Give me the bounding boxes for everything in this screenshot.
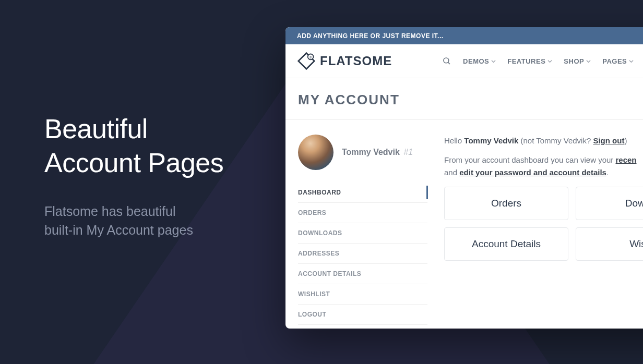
nav-item-demos[interactable]: DEMOS [463,57,496,65]
dashboard-cards: Orders Down Account Details Wis [444,187,643,261]
chevron-down-icon [547,59,552,64]
hello-name: Tommy Vedvik [464,136,518,145]
sidebar-item-dashboard[interactable]: DASHBOARD [298,183,427,203]
card-wishlist[interactable]: Wis [576,227,643,261]
sidebar-item-account-details[interactable]: ACCOUNT DETAILS [298,264,427,284]
nav-item-shop[interactable]: SHOP [564,57,591,65]
account-content: Tommy Vedvik #1 DASHBOARD ORDERS DOWNLOA… [285,120,643,329]
nav-label: PAGES [602,57,627,65]
svg-line-4 [448,62,450,64]
search-icon[interactable] [442,56,451,66]
sidebar-item-downloads[interactable]: DOWNLOADS [298,223,427,244]
dashboard-description: From your account dashboard you can view… [444,154,643,178]
desc-mid: and [444,168,459,177]
card-account-details[interactable]: Account Details [444,227,568,261]
profile-block: Tommy Vedvik #1 [298,135,427,170]
sidebar-item-addresses[interactable]: ADDRESSES [298,244,427,264]
sidebar-item-wishlist[interactable]: WISHLIST [298,284,427,305]
hero-text: Beautiful Account Pages Flatsome has bea… [44,112,223,240]
topbar-message: ADD ANYTHING HERE OR JUST REMOVE IT... [297,32,444,40]
svg-text:3: 3 [309,55,312,59]
account-sidebar: Tommy Vedvik #1 DASHBOARD ORDERS DOWNLOA… [298,135,427,325]
logo-icon: 3 [297,52,316,70]
hero-title-line2: Account Pages [44,148,223,178]
profile-name-text: Tommy Vedvik [342,148,400,156]
profile-rank: #1 [403,148,413,156]
sign-out-link[interactable]: Sign out [593,136,624,145]
sidebar-item-logout[interactable]: LOGOUT [298,305,427,325]
card-orders[interactable]: Orders [444,187,568,220]
account-nav: DASHBOARD ORDERS DOWNLOADS ADDRESSES ACC… [298,183,427,325]
recent-orders-link[interactable]: recen [616,155,637,164]
nav-label: SHOP [564,57,584,65]
card-downloads[interactable]: Down [576,187,643,220]
top-bar: ADD ANYTHING HERE OR JUST REMOVE IT... A… [285,27,643,44]
nav-label: DEMOS [463,57,489,65]
logo[interactable]: 3 FLATSOME [297,52,392,70]
chevron-down-icon [491,59,496,64]
page-title: MY ACCOUNT [285,78,643,120]
browser-window: ADD ANYTHING HERE OR JUST REMOVE IT... A… [285,27,643,329]
nav-item-features[interactable]: FEATURES [507,57,552,65]
dashboard-main: Hello Tommy Vedvik (not Tommy Vedvik? Si… [444,135,643,325]
hello-not: (not Tommy Vedvik? [518,136,593,145]
hello-prefix: Hello [444,136,464,145]
nav-label: FEATURES [507,57,545,65]
nav-item-pages[interactable]: PAGES [602,57,634,65]
greeting-line: Hello Tommy Vedvik (not Tommy Vedvik? Si… [444,135,643,147]
avatar [298,135,334,170]
hello-suffix: ) [624,136,627,145]
profile-name: Tommy Vedvik #1 [342,148,413,157]
chevron-down-icon [586,59,591,64]
site-header: 3 FLATSOME DEMOS FEATURES SHOP [285,44,643,78]
hero-subtitle: Flatsome has beautiful built-in My Accou… [44,202,223,240]
hero-title-line1: Beautiful [44,114,148,144]
logo-text: FLATSOME [320,54,392,68]
edit-details-link[interactable]: edit your password and account details [459,168,606,177]
hero-sub-line1: Flatsome has beautiful [44,204,176,219]
desc-suffix: . [606,168,609,177]
desc-prefix: From your account dashboard you can view… [444,155,616,164]
sidebar-item-orders[interactable]: ORDERS [298,203,427,223]
main-nav: DEMOS FEATURES SHOP PAGES BLOG ELEMEN [442,56,643,66]
chevron-down-icon [629,59,634,64]
hero-title: Beautiful Account Pages [44,112,223,180]
hero-sub-line2: built-in My Account pages [44,223,193,237]
svg-point-3 [444,58,449,63]
